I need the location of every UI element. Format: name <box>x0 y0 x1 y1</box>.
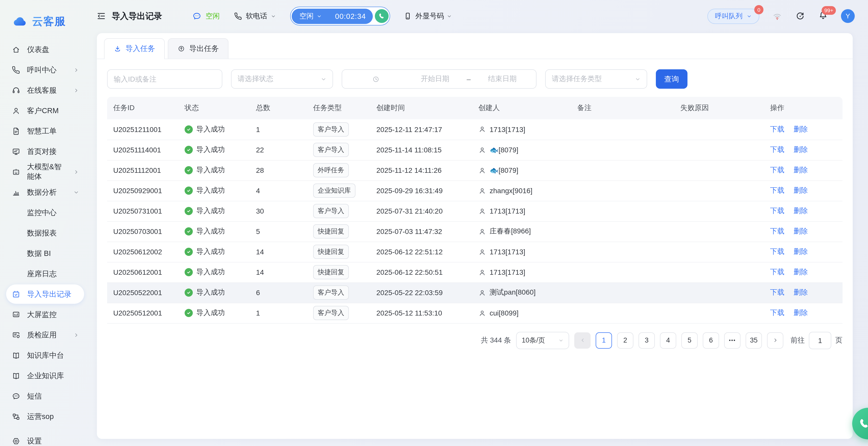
cell-creator: 1713[1713] <box>472 242 571 262</box>
sidebar-item[interactable]: 运营sop <box>6 407 84 426</box>
cell-note <box>571 221 674 242</box>
call-queue-button[interactable]: 呼叫队列 0 <box>707 8 760 24</box>
sidebar-item[interactable]: 首页对接 <box>6 142 84 161</box>
page-button[interactable]: 1 <box>596 332 612 348</box>
cell-actions: 下载删除 <box>764 160 842 181</box>
delete-link[interactable]: 删除 <box>794 288 808 296</box>
page-button[interactable]: 5 <box>681 332 698 348</box>
sidebar-item[interactable]: 大屏监控 <box>6 305 84 324</box>
page-button[interactable]: 4 <box>660 332 676 348</box>
document-icon <box>12 127 21 135</box>
softphone-toggle[interactable]: 软电话 <box>234 11 276 21</box>
tab-export-tasks[interactable]: 导出任务 <box>168 38 228 59</box>
download-link[interactable]: 下载 <box>770 227 784 235</box>
sidebar-item[interactable]: 大模型&智能体 <box>6 162 84 182</box>
id-filter <box>107 69 222 89</box>
sidebar-item[interactable]: 知识库中台 <box>6 346 84 365</box>
call-state-section[interactable]: 空闲 00:02:34 <box>292 8 373 24</box>
cell-count: 14 <box>250 242 307 262</box>
chevron-down-icon <box>73 189 79 195</box>
brand-name: 云客服 <box>32 14 66 29</box>
page-ellipsis[interactable]: ••• <box>724 332 741 348</box>
download-link[interactable]: 下载 <box>770 206 784 215</box>
page-button[interactable]: 35 <box>746 332 762 348</box>
table-row: U20250612001导入成功14快捷回复2025-06-12 22:50:5… <box>107 262 842 282</box>
chevron-down-icon <box>747 13 752 19</box>
download-link[interactable]: 下载 <box>770 166 784 174</box>
delete-link[interactable]: 删除 <box>794 206 808 215</box>
download-link[interactable]: 下载 <box>770 288 784 296</box>
chevron-left-icon <box>580 338 585 343</box>
sidebar-item[interactable]: SMS短信 <box>6 386 84 406</box>
avatar[interactable]: Y <box>841 9 855 23</box>
id-search-input[interactable] <box>114 70 216 88</box>
date-range-picker[interactable]: 开始日期 – 结束日期 <box>342 69 536 89</box>
download-link[interactable]: 下载 <box>770 267 784 276</box>
end-date-placeholder: 结束日期 <box>475 74 530 84</box>
im-status[interactable]: 空闲 <box>192 11 220 21</box>
delete-link[interactable]: 删除 <box>794 308 808 317</box>
menu-collapse-icon[interactable] <box>96 11 106 21</box>
prev-page-button[interactable] <box>574 332 591 348</box>
home-icon <box>12 45 21 54</box>
cell-creator: 🐟[8079] <box>472 160 571 181</box>
sidebar-item[interactable]: 呼叫中心 <box>6 60 84 79</box>
delete-link[interactable]: 删除 <box>794 166 808 174</box>
page-button[interactable]: 2 <box>617 332 633 348</box>
sidebar-item[interactable]: 在线客服 <box>6 81 84 100</box>
next-page-button[interactable] <box>767 332 783 348</box>
cell-creator: 测试pan[8060] <box>472 282 571 303</box>
download-link[interactable]: 下载 <box>770 247 784 255</box>
tasks-table: 任务ID状态总数任务类型创建时间创建人备注失败原因操作 U20251211001… <box>107 97 842 323</box>
sidebar-item[interactable]: 质检应用 <box>6 325 84 345</box>
sidebar-item[interactable]: 客户CRM <box>6 101 84 120</box>
call-status-pill[interactable]: 空闲 00:02:34 <box>290 7 391 26</box>
cell-task-id: U20251114001 <box>107 140 179 160</box>
brand-logo: 云客服 <box>6 7 84 34</box>
tab-import-tasks[interactable]: 导入任务 <box>104 38 165 59</box>
sidebar-item[interactable]: 仪表盘 <box>6 40 84 59</box>
delete-link[interactable]: 删除 <box>794 247 808 255</box>
status-select[interactable]: 请选择状态 <box>231 69 333 89</box>
download-link[interactable]: 下载 <box>770 186 784 194</box>
sidebar-item[interactable]: 智慧工单 <box>6 121 84 141</box>
cell-created-time: 2025-09-29 16:31:49 <box>370 181 472 201</box>
cell-task-type: 客户导入 <box>307 303 370 323</box>
sidebar-item[interactable]: 企业知识库 <box>6 366 84 385</box>
page-size-select[interactable]: 10条/页 <box>516 331 569 349</box>
cell-note <box>571 303 674 323</box>
delete-link[interactable]: 删除 <box>794 227 808 235</box>
content-card: 导入任务导出任务 请选择状态 开始日期 – 结束日期 <box>97 33 853 439</box>
search-button[interactable]: 查询 <box>656 69 687 89</box>
dial-button[interactable] <box>375 9 389 23</box>
sidebar-item[interactable]: 导入导出记录 <box>6 284 84 304</box>
download-link[interactable]: 下载 <box>770 125 784 133</box>
success-check-icon <box>185 248 193 256</box>
cell-fail-reason <box>674 181 764 201</box>
delete-link[interactable]: 删除 <box>794 267 808 276</box>
tab-label: 导出任务 <box>189 44 219 54</box>
delete-link[interactable]: 删除 <box>794 145 808 153</box>
download-link[interactable]: 下载 <box>770 308 784 317</box>
page-button[interactable]: 6 <box>703 332 719 348</box>
sidebar-subitem[interactable]: 数据报表 <box>6 223 84 243</box>
task-type-tag: 快捷回复 <box>313 245 349 259</box>
sync-icon[interactable] <box>795 11 805 21</box>
caller-id-select[interactable]: 外显号码 <box>404 11 452 21</box>
sidebar-item[interactable]: 设置 <box>6 431 84 446</box>
success-check-icon <box>185 268 193 276</box>
sidebar-subitem[interactable]: 数据 BI <box>6 244 84 263</box>
delete-link[interactable]: 删除 <box>794 125 808 133</box>
sidebar-subitem[interactable]: 座席日志 <box>6 264 84 283</box>
wifi-signal-icon[interactable] <box>772 11 782 21</box>
goto-page-input[interactable] <box>809 331 831 349</box>
task-type-select[interactable]: 请选择任务类型 <box>545 69 647 89</box>
notifications-button[interactable]: 99+ <box>818 10 828 22</box>
page-button[interactable]: 3 <box>639 332 655 348</box>
sidebar-item[interactable]: 数据分析 <box>6 183 84 202</box>
cell-creator: 庄春春[8966] <box>472 221 571 242</box>
delete-link[interactable]: 删除 <box>794 186 808 194</box>
cell-actions: 下载删除 <box>764 303 842 323</box>
download-link[interactable]: 下载 <box>770 145 784 153</box>
sidebar-subitem[interactable]: 监控中心 <box>6 203 84 222</box>
